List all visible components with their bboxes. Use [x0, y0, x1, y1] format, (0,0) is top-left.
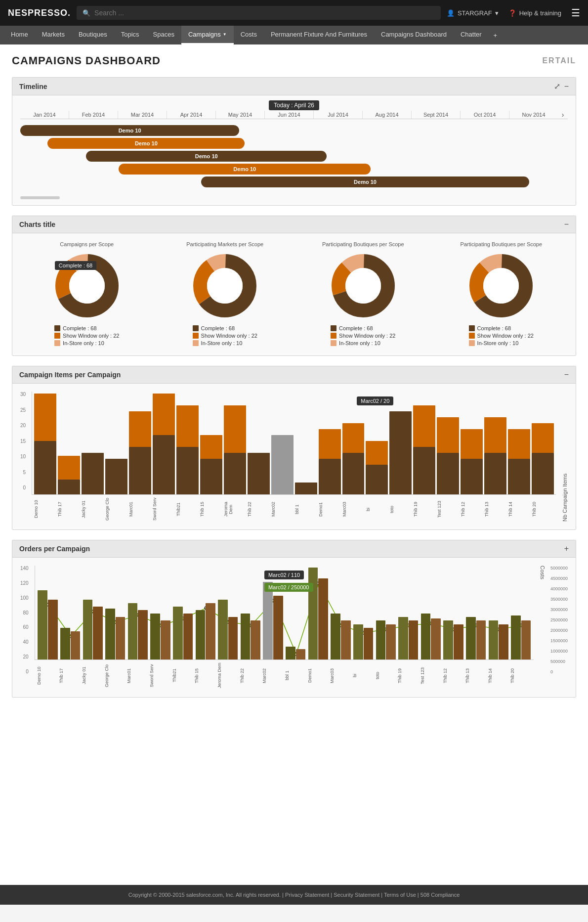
nav-campaigns-dashboard[interactable]: Campaigns Dashboard [374, 26, 454, 44]
page-title: CAMPAIGNS DASHBOARD [12, 54, 161, 67]
month-oct: Oct 2014 [461, 111, 509, 119]
nav-costs[interactable]: Costs [234, 26, 264, 44]
bar-labels: Demo 10Thib 17Jacky 01George CloMarc01Sw… [32, 497, 556, 522]
charts-collapse-btn[interactable]: − [564, 220, 569, 229]
bar-brown [319, 459, 341, 494]
svg-point-3 [69, 268, 105, 304]
charts-section: Charts title − Campaigns per Scope Compl… [12, 216, 576, 356]
nav-spaces[interactable]: Spaces [146, 26, 181, 44]
bar-brown [508, 459, 530, 494]
bar-group [366, 441, 388, 494]
bar-brown [342, 453, 365, 494]
chart-1-legend: Complete : 68 Show Window only : 22 In-S… [54, 325, 119, 348]
orders-bar-2 [116, 617, 126, 659]
bar-label: Thib 19 [413, 497, 435, 522]
orders-bar-group [240, 614, 261, 659]
orders-bar-group [307, 568, 329, 659]
orders-bar-label: George Clo [104, 662, 126, 689]
y-axis-label: Nb Campaign Items [562, 392, 568, 522]
bar-group [271, 435, 294, 494]
nav-topics[interactable]: Topics [114, 26, 146, 44]
nav-bar: Home Markets Boutiques Topics Spaces Cam… [0, 26, 588, 44]
bar-group [248, 453, 270, 494]
footer-terms[interactable]: Terms of Use [384, 892, 416, 898]
orders-bar-label: Marc02 [262, 662, 284, 689]
bar-group [82, 453, 104, 494]
orders-bar-label: bbl 1 [285, 662, 306, 689]
nav-fixture[interactable]: Permanent Fixture And Furnitures [264, 26, 374, 44]
legend-complete-4: Complete : 68 [469, 325, 534, 331]
help-link[interactable]: ❓ Help & training [508, 9, 561, 17]
footer-privacy[interactable]: Privacy Statement [285, 892, 329, 898]
bar-orange [366, 441, 388, 465]
footer-508[interactable]: 508 Compliance [420, 892, 460, 898]
nav-boutiques[interactable]: Boutiques [72, 26, 114, 44]
search-input[interactable] [94, 9, 435, 17]
bar-brown [200, 459, 222, 494]
timeline-collapse-btn[interactable]: − [564, 82, 569, 91]
legend-instore-4: In-Store only : 10 [469, 340, 534, 346]
timeline-bar-1: Demo 10 [20, 125, 239, 136]
bar-orange [200, 435, 222, 459]
orders-bar-2 [296, 649, 306, 659]
bar-label: Thib 15 [200, 497, 222, 522]
orders-bar-1 [150, 614, 160, 659]
nav-campaigns[interactable]: Campaigns [181, 26, 234, 44]
bar-group [105, 459, 127, 494]
search-bar[interactable]: 🔍 [77, 6, 441, 20]
bar-group [319, 429, 341, 494]
bar-label: Demo 10 [34, 497, 56, 522]
orders-bar-label: Thib 15 [194, 662, 216, 689]
bar-group [34, 394, 56, 494]
orders-bars: Marc02 / 110 Marc02 / 250000 [35, 566, 534, 660]
nav-chatter[interactable]: Chatter [454, 26, 489, 44]
bar-brown [105, 459, 127, 494]
bar-label: Jacky 01 [81, 497, 103, 522]
legend-window-3: Show Window only : 22 [331, 333, 395, 339]
bar-chart-controls: − [564, 370, 569, 379]
nav-add[interactable]: + [489, 26, 503, 44]
orders-bar-label: Thib21 [172, 662, 194, 689]
legend-window-4: Show Window only : 22 [469, 333, 534, 339]
bar-chart-inner: Marc02 / 20 Demo 10Thib 17Jacky 01George… [32, 392, 556, 522]
legend-instore-1: In-Store only : 10 [54, 340, 119, 346]
orders-bar-group [352, 624, 374, 659]
help-icon: ❓ [508, 9, 516, 17]
orders-bar-1 [286, 647, 295, 659]
bar-brown [389, 411, 412, 494]
orders-expand-btn[interactable]: + [564, 544, 569, 553]
bar-brown [82, 453, 104, 494]
y-labels: 0 5 10 15 20 25 30 [20, 392, 26, 490]
orders-bar-2 [71, 631, 81, 659]
orders-bar-group [217, 600, 239, 659]
menu-icon[interactable]: ☰ [571, 7, 580, 19]
bar-group [508, 429, 530, 494]
orders-bar-group [105, 609, 126, 659]
month-nov: Nov 2014 [509, 111, 558, 119]
orders-bar-group [150, 614, 171, 659]
timeline-scrollbar[interactable] [20, 196, 60, 199]
orders-bar-group [330, 614, 352, 659]
bar-label: bbl 1 [294, 497, 317, 522]
bar-chart-collapse-btn[interactable]: − [564, 370, 569, 379]
orders-bar-label: Marc03 [330, 662, 351, 689]
page-content: CAMPAIGNS DASHBOARD ERTAIL Timeline ⤢ − … [0, 44, 588, 885]
user-menu[interactable]: 👤 STARGRAF ▾ [447, 9, 499, 17]
chart-3-label: Participating Boutiques per Scope [322, 241, 404, 247]
charts-controls: − [564, 220, 569, 229]
timeline-expand-btn[interactable]: ⤢ [554, 82, 560, 91]
orders-bar-1 [331, 614, 340, 659]
footer-security[interactable]: Security Statement [334, 892, 379, 898]
orders-bar-1 [353, 624, 363, 659]
orders-bar-group [127, 603, 149, 659]
orders-bar-2 [454, 624, 463, 659]
chart-3: Participating Boutiques per Scope Compl [296, 241, 430, 348]
nav-markets[interactable]: Markets [35, 26, 72, 44]
charts-header: Charts title − [12, 216, 576, 233]
nav-home[interactable]: Home [4, 26, 35, 44]
month-jan: Jan 2014 [20, 111, 69, 119]
bar-orange [153, 394, 175, 435]
orders-bar-1 [218, 600, 228, 659]
timeline-next-btn[interactable]: › [558, 111, 568, 119]
orders-bar-2 [341, 620, 351, 659]
